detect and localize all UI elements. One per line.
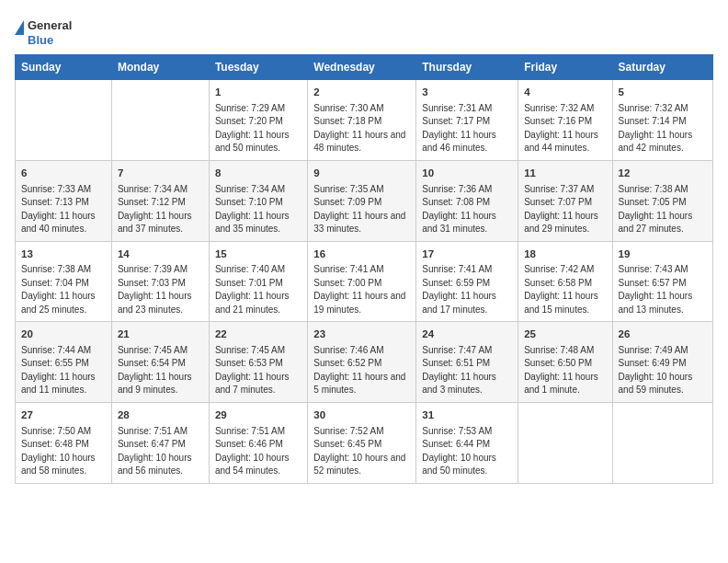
calendar-cell: 17Sunrise: 7:41 AM Sunset: 6:59 PM Dayli… xyxy=(416,241,518,322)
day-info: Sunrise: 7:52 AM Sunset: 6:45 PM Dayligh… xyxy=(313,425,410,478)
day-number: 26 xyxy=(619,327,707,342)
day-info: Sunrise: 7:35 AM Sunset: 7:09 PM Dayligh… xyxy=(313,183,410,236)
day-info: Sunrise: 7:53 AM Sunset: 6:44 PM Dayligh… xyxy=(422,425,512,478)
day-info: Sunrise: 7:32 AM Sunset: 7:14 PM Dayligh… xyxy=(619,102,707,155)
day-info: Sunrise: 7:48 AM Sunset: 6:50 PM Dayligh… xyxy=(524,344,606,397)
day-info: Sunrise: 7:34 AM Sunset: 7:12 PM Dayligh… xyxy=(118,183,203,236)
day-info: Sunrise: 7:30 AM Sunset: 7:18 PM Dayligh… xyxy=(313,102,410,155)
day-info: Sunrise: 7:36 AM Sunset: 7:08 PM Dayligh… xyxy=(422,183,512,236)
calendar-cell: 31Sunrise: 7:53 AM Sunset: 6:44 PM Dayli… xyxy=(416,402,518,483)
day-number: 10 xyxy=(422,166,512,181)
day-info: Sunrise: 7:31 AM Sunset: 7:17 PM Dayligh… xyxy=(422,102,512,155)
calendar-cell: 26Sunrise: 7:49 AM Sunset: 6:49 PM Dayli… xyxy=(612,322,712,403)
day-info: Sunrise: 7:38 AM Sunset: 7:05 PM Dayligh… xyxy=(619,183,707,236)
calendar-week-row: 6Sunrise: 7:33 AM Sunset: 7:13 PM Daylig… xyxy=(16,160,713,241)
calendar-cell: 8Sunrise: 7:34 AM Sunset: 7:10 PM Daylig… xyxy=(209,160,307,241)
day-number: 4 xyxy=(524,85,606,100)
day-info: Sunrise: 7:40 AM Sunset: 7:01 PM Dayligh… xyxy=(215,263,301,316)
calendar-cell xyxy=(518,402,612,483)
calendar-header-row: SundayMondayTuesdayWednesdayThursdayFrid… xyxy=(16,55,713,80)
day-number: 6 xyxy=(21,166,106,181)
calendar-cell xyxy=(111,80,209,161)
calendar-cell: 15Sunrise: 7:40 AM Sunset: 7:01 PM Dayli… xyxy=(209,241,307,322)
calendar-cell: 6Sunrise: 7:33 AM Sunset: 7:13 PM Daylig… xyxy=(16,160,112,241)
calendar-cell xyxy=(16,80,112,161)
calendar-cell: 12Sunrise: 7:38 AM Sunset: 7:05 PM Dayli… xyxy=(612,160,712,241)
col-header-friday: Friday xyxy=(518,55,612,80)
day-number: 27 xyxy=(21,408,106,423)
day-number: 18 xyxy=(524,247,606,262)
day-number: 8 xyxy=(215,166,301,181)
calendar-cell: 21Sunrise: 7:45 AM Sunset: 6:54 PM Dayli… xyxy=(111,322,209,403)
calendar-week-row: 1Sunrise: 7:29 AM Sunset: 7:20 PM Daylig… xyxy=(16,80,713,161)
day-number: 1 xyxy=(215,85,301,100)
logo-text-blue: Blue xyxy=(28,33,72,48)
day-info: Sunrise: 7:45 AM Sunset: 6:53 PM Dayligh… xyxy=(215,344,301,397)
day-number: 3 xyxy=(422,85,512,100)
calendar-week-row: 27Sunrise: 7:50 AM Sunset: 6:48 PM Dayli… xyxy=(16,402,713,483)
day-number: 30 xyxy=(313,408,410,423)
col-header-saturday: Saturday xyxy=(612,55,712,80)
calendar-cell: 18Sunrise: 7:42 AM Sunset: 6:58 PM Dayli… xyxy=(518,241,612,322)
day-info: Sunrise: 7:46 AM Sunset: 6:52 PM Dayligh… xyxy=(313,344,410,397)
day-number: 19 xyxy=(619,247,707,262)
logo: General Blue General Blue xyxy=(15,15,72,47)
day-number: 29 xyxy=(215,408,301,423)
day-number: 15 xyxy=(215,247,301,262)
day-number: 21 xyxy=(118,327,203,342)
calendar-cell: 7Sunrise: 7:34 AM Sunset: 7:12 PM Daylig… xyxy=(111,160,209,241)
calendar-week-row: 13Sunrise: 7:38 AM Sunset: 7:04 PM Dayli… xyxy=(16,241,713,322)
day-info: Sunrise: 7:51 AM Sunset: 6:46 PM Dayligh… xyxy=(215,425,301,478)
calendar-cell xyxy=(612,402,712,483)
day-info: Sunrise: 7:43 AM Sunset: 6:57 PM Dayligh… xyxy=(619,263,707,316)
day-number: 24 xyxy=(422,327,512,342)
calendar-cell: 29Sunrise: 7:51 AM Sunset: 6:46 PM Dayli… xyxy=(209,402,307,483)
col-header-thursday: Thursday xyxy=(416,55,518,80)
day-number: 16 xyxy=(313,247,410,262)
day-info: Sunrise: 7:41 AM Sunset: 6:59 PM Dayligh… xyxy=(422,263,512,316)
calendar-cell: 16Sunrise: 7:41 AM Sunset: 7:00 PM Dayli… xyxy=(308,241,416,322)
day-info: Sunrise: 7:39 AM Sunset: 7:03 PM Dayligh… xyxy=(118,263,203,316)
calendar-cell: 20Sunrise: 7:44 AM Sunset: 6:55 PM Dayli… xyxy=(16,322,112,403)
day-info: Sunrise: 7:38 AM Sunset: 7:04 PM Dayligh… xyxy=(21,263,106,316)
col-header-monday: Monday xyxy=(111,55,209,80)
day-number: 20 xyxy=(21,327,106,342)
day-number: 22 xyxy=(215,327,301,342)
day-number: 25 xyxy=(524,327,606,342)
day-info: Sunrise: 7:47 AM Sunset: 6:51 PM Dayligh… xyxy=(422,344,512,397)
day-number: 14 xyxy=(118,247,203,262)
day-info: Sunrise: 7:49 AM Sunset: 6:49 PM Dayligh… xyxy=(619,344,707,397)
calendar-table: SundayMondayTuesdayWednesdayThursdayFrid… xyxy=(15,54,713,483)
day-number: 17 xyxy=(422,247,512,262)
calendar-cell: 19Sunrise: 7:43 AM Sunset: 6:57 PM Dayli… xyxy=(612,241,712,322)
calendar-cell: 1Sunrise: 7:29 AM Sunset: 7:20 PM Daylig… xyxy=(209,80,307,161)
day-info: Sunrise: 7:37 AM Sunset: 7:07 PM Dayligh… xyxy=(524,183,606,236)
calendar-cell: 4Sunrise: 7:32 AM Sunset: 7:16 PM Daylig… xyxy=(518,80,612,161)
day-number: 5 xyxy=(619,85,707,100)
day-info: Sunrise: 7:32 AM Sunset: 7:16 PM Dayligh… xyxy=(524,102,606,155)
calendar-cell: 10Sunrise: 7:36 AM Sunset: 7:08 PM Dayli… xyxy=(416,160,518,241)
day-info: Sunrise: 7:34 AM Sunset: 7:10 PM Dayligh… xyxy=(215,183,301,236)
day-number: 7 xyxy=(118,166,203,181)
calendar-cell: 3Sunrise: 7:31 AM Sunset: 7:17 PM Daylig… xyxy=(416,80,518,161)
col-header-tuesday: Tuesday xyxy=(209,55,307,80)
page-header: General Blue General Blue xyxy=(15,15,713,47)
day-info: Sunrise: 7:42 AM Sunset: 6:58 PM Dayligh… xyxy=(524,263,606,316)
day-info: Sunrise: 7:33 AM Sunset: 7:13 PM Dayligh… xyxy=(21,183,106,236)
calendar-cell: 11Sunrise: 7:37 AM Sunset: 7:07 PM Dayli… xyxy=(518,160,612,241)
day-info: Sunrise: 7:51 AM Sunset: 6:47 PM Dayligh… xyxy=(118,425,203,478)
calendar-cell: 25Sunrise: 7:48 AM Sunset: 6:50 PM Dayli… xyxy=(518,322,612,403)
calendar-cell: 24Sunrise: 7:47 AM Sunset: 6:51 PM Dayli… xyxy=(416,322,518,403)
day-info: Sunrise: 7:50 AM Sunset: 6:48 PM Dayligh… xyxy=(21,425,106,478)
day-info: Sunrise: 7:44 AM Sunset: 6:55 PM Dayligh… xyxy=(21,344,106,397)
calendar-cell: 30Sunrise: 7:52 AM Sunset: 6:45 PM Dayli… xyxy=(308,402,416,483)
calendar-cell: 27Sunrise: 7:50 AM Sunset: 6:48 PM Dayli… xyxy=(16,402,112,483)
day-info: Sunrise: 7:41 AM Sunset: 7:00 PM Dayligh… xyxy=(313,263,410,316)
day-number: 11 xyxy=(524,166,606,181)
logo-text-general: General xyxy=(28,18,72,33)
day-number: 9 xyxy=(313,166,410,181)
day-info: Sunrise: 7:29 AM Sunset: 7:20 PM Dayligh… xyxy=(215,102,301,155)
calendar-cell: 5Sunrise: 7:32 AM Sunset: 7:14 PM Daylig… xyxy=(612,80,712,161)
calendar-week-row: 20Sunrise: 7:44 AM Sunset: 6:55 PM Dayli… xyxy=(16,322,713,403)
day-number: 2 xyxy=(313,85,410,100)
